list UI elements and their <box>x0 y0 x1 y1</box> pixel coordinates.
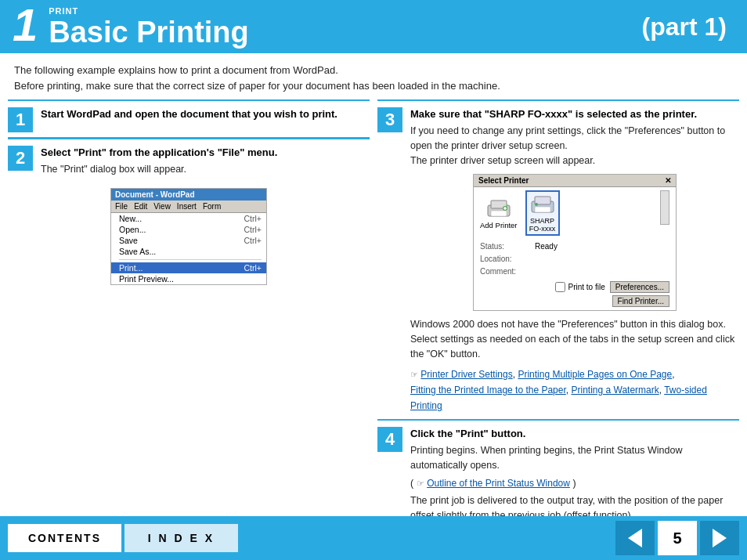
step-1-content: Start WordPad and open the document that… <box>41 107 370 132</box>
step-4-block: 4 Click the "Print" button. Printing beg… <box>377 419 739 528</box>
step-1-number: 1 <box>8 107 33 132</box>
index-button[interactable]: I N D E X <box>125 524 238 552</box>
svg-rect-8 <box>535 207 550 212</box>
status-label: Status: <box>480 240 535 253</box>
main-content: 1 Start WordPad and open the document th… <box>0 99 747 528</box>
step-4-link-row: ( ☞ Outline of the Print Status Window ) <box>410 476 739 491</box>
step-3-content: Make sure that "SHARP FO-xxxx" is select… <box>410 107 739 414</box>
printer-dialog-actions: Print to file Preferences... <box>480 281 669 293</box>
printer-icons-area: Add Printer <box>480 190 652 236</box>
wp-menu-insert: Insert <box>177 202 197 211</box>
link-print-status[interactable]: Outline of the Print Status Window <box>427 478 570 489</box>
step-3-block: 3 Make sure that "SHARP FO-xxxx" is sele… <box>377 99 739 419</box>
svg-rect-2 <box>491 211 507 216</box>
svg-point-9 <box>535 203 538 206</box>
comment-label: Comment: <box>480 266 535 278</box>
right-column: 3 Make sure that "SHARP FO-xxxx" is sele… <box>377 99 739 528</box>
wp-titlebar: Document - WordPad <box>111 189 266 201</box>
step-2-body: The "Print" dialog box will appear. <box>41 162 370 177</box>
wp-separator <box>111 257 266 262</box>
wp-item-open: Open...Ctrl+ <box>111 224 266 235</box>
sharp-printer-icon[interactable]: SHARP FO-xxxx <box>525 190 560 236</box>
find-printer-button[interactable]: Find Printer... <box>612 295 669 307</box>
wp-menu-view: View <box>153 202 171 211</box>
sharp-label: SHARP FO-xxxx <box>529 217 556 233</box>
intro-line1: The following example explains how to pr… <box>14 63 733 78</box>
link-printer-driver[interactable]: Printer Driver Settings <box>420 369 512 380</box>
note-icon-3: ☞ <box>410 370 418 379</box>
add-printer-icon: Add Printer <box>480 197 518 229</box>
link-fitting[interactable]: Fitting the Printed Image to the Paper <box>410 385 566 396</box>
step-3-body2: The printer driver setup screen will app… <box>410 154 739 168</box>
status-value: Ready <box>535 240 652 253</box>
step-3-body3: Windows 2000 does not have the "Preferen… <box>410 317 739 361</box>
step-2-block: 2 Select "Print" from the application's … <box>8 138 370 182</box>
link-multiple-pages[interactable]: Printing Multiple Pages on One Page <box>518 369 672 380</box>
wp-menu-form: Form <box>203 202 221 211</box>
printer-status-rows: Status: Ready Location: Comment: <box>480 240 652 278</box>
page-header: 1 PRINT Basic Printing (part 1) <box>0 0 747 53</box>
step-2-number: 2 <box>8 146 33 171</box>
add-printer-label: Add Printer <box>480 221 518 229</box>
chapter-number: 1 <box>13 2 38 48</box>
step-2-content: Select "Print" from the application's "F… <box>41 146 370 177</box>
wp-item-new: New...Ctrl+ <box>111 213 266 224</box>
step-4-paren-close: ) <box>572 478 576 489</box>
printer-dialog-body: Add Printer <box>474 187 676 310</box>
step-2-title: Select "Print" from the application's "F… <box>41 146 370 160</box>
left-column: 1 Start WordPad and open the document th… <box>8 99 370 528</box>
step-4-paren-open: ( <box>410 478 413 489</box>
pt-close-icon: ✕ <box>665 176 671 185</box>
wp-item-saveas: Save As... <box>111 246 266 257</box>
print-to-file-label: Print to file <box>568 283 604 291</box>
step-4-body1: Printing begins. When printing begins, t… <box>410 443 739 473</box>
print-to-file-row: Print to file <box>555 282 604 292</box>
step-3-title: Make sure that "SHARP FO-xxxx" is select… <box>410 107 739 121</box>
printer-dialog-screenshot: Select Printer ✕ <box>473 174 677 311</box>
step-3-body1: If you need to change any print settings… <box>410 124 739 154</box>
contents-button[interactable]: CONTENTS <box>8 524 121 552</box>
add-printer-svg <box>485 197 513 221</box>
step-3-number: 3 <box>377 107 402 132</box>
step-3-links: ☞ Printer Driver Settings, Printing Mult… <box>410 367 739 414</box>
step-1-title: Start WordPad and open the document that… <box>41 107 370 121</box>
printer-dialog-title: Select Printer ✕ <box>474 175 676 187</box>
wp-menu-file: File <box>115 202 128 211</box>
intro-text: The following example explains how to pr… <box>0 53 747 99</box>
pt-title-text: Select Printer <box>478 176 529 185</box>
step-1-block: 1 Start WordPad and open the document th… <box>8 99 370 137</box>
note-icon-4: ☞ <box>417 479 424 488</box>
wp-item-save: SaveCtrl+ <box>111 235 266 246</box>
page-title: Basic Printing <box>49 17 641 47</box>
wp-menu-edit: Edit <box>134 202 147 211</box>
link-watermark[interactable]: Printing a Watermark <box>571 385 659 396</box>
part-label: (part 1) <box>642 13 734 42</box>
arrow-right-icon <box>713 529 727 547</box>
wp-item-preview: Print Preview... <box>111 273 266 284</box>
step-4-title: Click the "Print" button. <box>410 427 739 441</box>
step-4-number: 4 <box>377 427 402 452</box>
comment-value <box>535 266 652 278</box>
sharp-printer-svg <box>529 193 557 217</box>
print-label: PRINT <box>49 7 641 16</box>
location-value <box>535 253 652 266</box>
page-number: 5 <box>658 521 697 555</box>
print-to-file-checkbox[interactable] <box>555 282 565 292</box>
nav-prev-button[interactable] <box>615 521 655 555</box>
printer-list-scrollbar[interactable] <box>660 190 669 225</box>
arrow-left-icon <box>628 529 642 547</box>
wp-item-print: Print...Ctrl+ <box>111 262 266 273</box>
wordpad-screenshot: Document - WordPad File Edit View Insert… <box>110 188 267 285</box>
preferences-button[interactable]: Preferences... <box>610 281 669 293</box>
nav-next-button[interactable] <box>700 521 739 555</box>
location-label: Location: <box>480 253 535 266</box>
intro-line2: Before printing, make sure that the corr… <box>14 78 733 94</box>
page-footer: CONTENTS I N D E X 5 <box>0 516 747 560</box>
wp-menubar: File Edit View Insert Form <box>111 201 266 213</box>
step-4-content: Click the "Print" button. Printing begin… <box>410 427 739 523</box>
header-text-block: PRINT Basic Printing <box>49 7 641 47</box>
wp-menu-items: New...Ctrl+ Open...Ctrl+ SaveCtrl+ Save … <box>111 213 266 284</box>
